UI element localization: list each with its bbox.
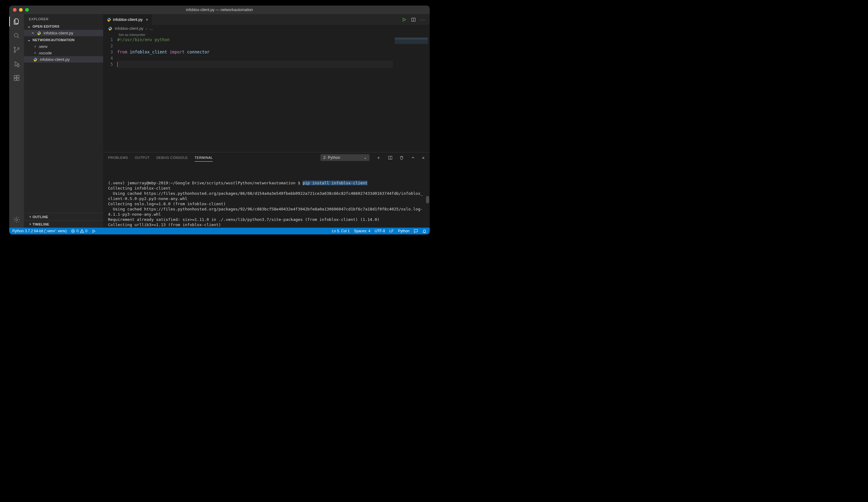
folder-item-vscode[interactable]: ⌄ .vscode bbox=[24, 50, 103, 56]
status-language[interactable]: Python bbox=[398, 229, 410, 233]
branch-icon bbox=[13, 46, 20, 53]
svg-point-4 bbox=[18, 48, 19, 49]
file-item-infoblox[interactable]: infoblox-client.py bbox=[24, 56, 103, 63]
new-terminal-button[interactable]: ＋ bbox=[376, 155, 381, 161]
maximize-window-button[interactable] bbox=[25, 8, 29, 12]
more-actions-button[interactable]: ··· bbox=[420, 17, 425, 22]
line-gutter: 12345 bbox=[103, 37, 117, 152]
search-activity[interactable] bbox=[12, 31, 21, 40]
outline-label: OUTLINE bbox=[32, 215, 48, 219]
status-warning-count: 0 bbox=[85, 229, 87, 233]
close-window-button[interactable] bbox=[13, 8, 17, 12]
close-panel-button[interactable]: × bbox=[422, 155, 425, 160]
run-file-button[interactable] bbox=[402, 17, 407, 22]
python-file-icon bbox=[108, 27, 112, 31]
svg-point-2 bbox=[14, 47, 16, 48]
status-cursor-position[interactable]: Ln 5, Col 1 bbox=[332, 229, 350, 233]
folder-name: .venv bbox=[38, 44, 48, 49]
minimap-region bbox=[395, 38, 428, 44]
extensions-activity[interactable] bbox=[12, 74, 21, 82]
bell-icon bbox=[422, 229, 427, 233]
status-notifications[interactable] bbox=[422, 229, 427, 233]
title-bar: infoblox-client.py — networkautomation bbox=[9, 6, 430, 14]
gear-icon bbox=[13, 216, 20, 223]
chevron-right-icon: ⌄ bbox=[32, 44, 37, 49]
python-file-icon bbox=[37, 31, 42, 35]
code-editor[interactable]: 12345 #!/usr/bin/env pythonfrom infoblox… bbox=[103, 37, 430, 152]
status-run[interactable] bbox=[92, 229, 96, 233]
codelens-interpreter[interactable]: Set as interpreter bbox=[103, 33, 430, 37]
python-file-icon bbox=[33, 58, 38, 62]
chevron-right-icon: ⌄ bbox=[27, 222, 32, 227]
search-icon bbox=[13, 32, 20, 39]
error-icon bbox=[71, 229, 75, 233]
panel-tab-problems[interactable]: PROBLEMS bbox=[108, 154, 128, 161]
traffic-lights bbox=[13, 8, 29, 12]
svg-line-1 bbox=[18, 37, 19, 38]
timeline-header[interactable]: ⌄ TIMELINE bbox=[24, 220, 103, 228]
open-editor-item[interactable]: × infoblox-client.py bbox=[24, 30, 103, 36]
workspace-header[interactable]: ⌄ NETWORKAUTOMATION bbox=[24, 36, 103, 43]
svg-rect-8 bbox=[14, 78, 16, 80]
workbench-body: EXPLORER ⌄ OPEN EDITORS × infoblox-clien… bbox=[9, 14, 430, 228]
activity-bar bbox=[9, 14, 24, 228]
breadcrumb-more: ... bbox=[149, 27, 153, 31]
editor-area: infoblox-client.py × ··· infobl bbox=[103, 14, 430, 228]
panel-tabs: PROBLEMS OUTPUT DEBUG CONSOLE TERMINAL 2… bbox=[103, 152, 430, 163]
chevron-right-icon: ⌄ bbox=[27, 215, 32, 219]
file-name: infoblox-client.py bbox=[40, 57, 70, 62]
warning-icon bbox=[80, 229, 84, 233]
editor-tab-infoblox[interactable]: infoblox-client.py × bbox=[103, 14, 152, 25]
svg-rect-10 bbox=[17, 75, 19, 78]
explorer-activity[interactable] bbox=[12, 17, 21, 26]
outline-header[interactable]: ⌄ OUTLINE bbox=[24, 213, 103, 220]
close-tab-icon[interactable]: × bbox=[146, 17, 148, 22]
terminal-scroll-thumb[interactable] bbox=[426, 196, 429, 203]
svg-rect-7 bbox=[14, 76, 16, 78]
chevron-down-icon: ⌄ bbox=[27, 38, 31, 42]
play-icon bbox=[92, 229, 96, 233]
svg-point-11 bbox=[16, 219, 18, 221]
status-problems[interactable]: 0 0 bbox=[71, 229, 87, 233]
extensions-icon bbox=[13, 74, 20, 82]
files-icon bbox=[13, 18, 20, 25]
debug-activity[interactable] bbox=[12, 60, 21, 68]
status-feedback[interactable] bbox=[414, 229, 418, 233]
code-content[interactable]: #!/usr/bin/env pythonfrom infoblox_clien… bbox=[117, 37, 430, 152]
minimap[interactable] bbox=[393, 37, 430, 152]
editor-actions: ··· bbox=[397, 14, 430, 25]
chevron-right-icon: ⌄ bbox=[32, 51, 37, 55]
sidebar-title: EXPLORER bbox=[24, 14, 103, 23]
panel-tab-debug-console[interactable]: DEBUG CONSOLE bbox=[156, 154, 187, 161]
maximize-panel-button[interactable] bbox=[411, 155, 415, 160]
svg-point-21 bbox=[82, 232, 82, 232]
folder-name: .vscode bbox=[38, 51, 52, 55]
svg-point-3 bbox=[14, 51, 16, 52]
workspace-name: NETWORKAUTOMATION bbox=[32, 38, 75, 42]
panel-tab-terminal[interactable]: TERMINAL bbox=[195, 154, 213, 162]
status-eol[interactable]: LF bbox=[390, 229, 394, 233]
kill-terminal-button[interactable] bbox=[399, 155, 404, 160]
open-editors-header[interactable]: ⌄ OPEN EDITORS bbox=[24, 23, 103, 30]
status-indentation[interactable]: Spaces: 4 bbox=[354, 229, 370, 233]
chevron-down-icon: ⌄ bbox=[27, 24, 31, 29]
status-encoding[interactable]: UTF-8 bbox=[375, 229, 385, 233]
folder-item-venv[interactable]: ⌄ .venv bbox=[24, 43, 103, 50]
settings-activity[interactable] bbox=[12, 215, 21, 224]
close-editor-icon[interactable]: × bbox=[31, 31, 35, 35]
open-editor-filename: infoblox-client.py bbox=[44, 31, 73, 35]
terminal-selector[interactable]: 2: Python bbox=[320, 154, 370, 161]
status-bar: Python 3.7.2 64-bit ('.venv': venv) 0 0 … bbox=[9, 228, 430, 234]
split-terminal-button[interactable] bbox=[388, 155, 393, 160]
terminal-content[interactable]: (.venv) jemurray@mbp-2019:~/Google Drive… bbox=[103, 163, 430, 228]
minimize-window-button[interactable] bbox=[19, 8, 23, 12]
scm-activity[interactable] bbox=[12, 46, 21, 54]
split-editor-button[interactable] bbox=[411, 17, 416, 22]
bottom-panel: PROBLEMS OUTPUT DEBUG CONSOLE TERMINAL 2… bbox=[103, 152, 430, 228]
status-python-interpreter[interactable]: Python 3.7.2 64-bit ('.venv': venv) bbox=[12, 229, 66, 233]
panel-tab-output[interactable]: OUTPUT bbox=[135, 154, 149, 161]
svg-marker-22 bbox=[93, 230, 95, 233]
python-file-icon bbox=[107, 18, 111, 22]
run-debug-icon bbox=[13, 60, 20, 68]
breadcrumb[interactable]: infoblox-client.py › ... bbox=[103, 25, 430, 32]
